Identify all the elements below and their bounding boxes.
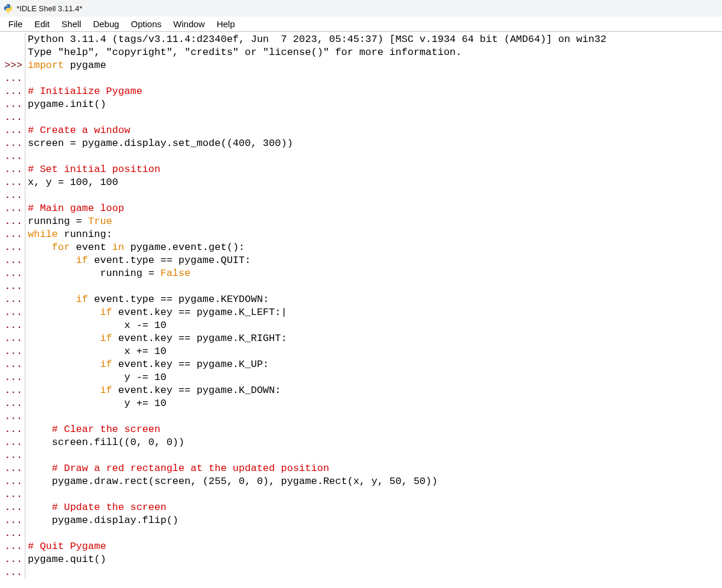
python-icon (4, 4, 13, 13)
code-text: pygame.draw.rect(screen, (255, 0, 0), py… (28, 476, 438, 487)
prompt-cont: ... (4, 567, 22, 578)
code-text: pygame.event.get(): (124, 242, 245, 253)
comment: # Main game loop (28, 203, 124, 214)
code-text: x -= 10 (28, 320, 167, 331)
prompt-cont: ... (4, 398, 22, 409)
code-text: screen = pygame.display.set_mode((400, 3… (28, 138, 293, 149)
code-text: screen.fill((0, 0, 0)) (28, 437, 184, 448)
comment: # Initialize Pygame (28, 86, 142, 97)
code-text: y -= 10 (28, 372, 167, 383)
code-area[interactable]: Python 3.11.4 (tags/v3.11.4:d2340ef, Jun… (25, 33, 722, 579)
prompt-cont: ... (4, 372, 22, 383)
code-text: x, y = 100, 100 (28, 177, 118, 188)
comment: # Clear the screen (52, 424, 161, 435)
prompt-cont: ... (4, 528, 22, 539)
code-text: event.key == pygame.K_DOWN: (112, 385, 281, 396)
prompt-cont: ... (4, 294, 22, 305)
prompt-cont: ... (4, 307, 22, 318)
prompt-cont: ... (4, 281, 22, 292)
code-text: pygame (64, 60, 106, 71)
prompt-cont: ... (4, 411, 22, 422)
prompt-cont: ... (4, 164, 22, 175)
prompt-cont: ... (4, 320, 22, 331)
prompt-cont: ... (4, 125, 22, 136)
menu-debug[interactable]: Debug (87, 18, 125, 30)
code-text (28, 242, 52, 253)
kw-if: if (100, 359, 112, 370)
code-text (28, 385, 100, 396)
code-text (28, 463, 52, 474)
comment: # Draw a red rectangle at the updated po… (52, 463, 329, 474)
prompt-cont: ... (4, 515, 22, 526)
prompt-cont: ... (4, 151, 22, 162)
kw-if: if (100, 333, 112, 344)
kw-import: import (28, 60, 64, 71)
code-text (28, 255, 76, 266)
menu-window[interactable]: Window (167, 18, 210, 30)
code-text: running = (28, 268, 160, 279)
window-titlebar: *IDLE Shell 3.11.4* (0, 0, 722, 17)
code-text (28, 424, 52, 435)
text-cursor: | (281, 307, 287, 318)
prompt-cont: ... (4, 86, 22, 97)
kw-if: if (100, 307, 112, 318)
code-text: event.type == pygame.QUIT: (88, 255, 251, 266)
kw-if: if (76, 255, 88, 266)
prompt-cont: ... (4, 268, 22, 279)
kw-if: if (100, 385, 112, 396)
kw-while: while (28, 229, 58, 240)
code-text: pygame.quit() (28, 554, 106, 565)
comment: # Quit Pygame (28, 541, 106, 552)
prompt-cont: ... (4, 437, 22, 448)
code-text: pygame.init() (28, 99, 106, 110)
menu-options[interactable]: Options (125, 18, 168, 30)
prompt-cont: ... (4, 541, 22, 552)
prompt-cont: ... (4, 489, 22, 500)
prompt-cont: ... (4, 138, 22, 149)
code-text: event.type == pygame.KEYDOWN: (88, 294, 269, 305)
prompt-cont: ... (4, 255, 22, 266)
prompt-cont: ... (4, 190, 22, 201)
prompt-cont: ... (4, 346, 22, 357)
menubar: File Edit Shell Debug Options Window Hel… (0, 17, 722, 32)
code-text: event.key == pygame.K_LEFT: (112, 307, 281, 318)
comment: # Update the screen (52, 502, 167, 513)
prompt-cont: ... (4, 73, 22, 84)
banner-line-1: Python 3.11.4 (tags/v3.11.4:d2340ef, Jun… (28, 34, 606, 45)
prompt-cont: ... (4, 385, 22, 396)
bool-false: False (160, 268, 190, 279)
prompt-cont: ... (4, 112, 22, 123)
comment: # Create a window (28, 125, 130, 136)
prompt-cont: ... (4, 229, 22, 240)
prompt-cont: ... (4, 450, 22, 461)
menu-file[interactable]: File (2, 18, 28, 30)
code-text (28, 333, 100, 344)
menu-shell[interactable]: Shell (56, 18, 87, 30)
shell-area[interactable]: >>> ... ... ... ... ... ... ... ... ... … (0, 32, 722, 579)
code-text: running = (28, 216, 88, 227)
window-title: *IDLE Shell 3.11.4* (17, 4, 82, 13)
prompt-cont: ... (4, 502, 22, 513)
banner-line-2: Type "help", "copyright", "credits" or "… (28, 47, 462, 58)
code-text: y += 10 (28, 398, 167, 409)
menu-help[interactable]: Help (211, 18, 241, 30)
prompt-cont: ... (4, 359, 22, 370)
prompt-cont: ... (4, 463, 22, 474)
code-text: event (70, 242, 112, 253)
bool-true: True (88, 216, 112, 227)
prompt-cont: ... (4, 216, 22, 227)
prompt-cont: ... (4, 99, 22, 110)
prompt-cont: ... (4, 177, 22, 188)
code-text: x += 10 (28, 346, 167, 357)
kw-for: for (52, 242, 70, 253)
prompt-cont: ... (4, 554, 22, 565)
kw-in: in (112, 242, 124, 253)
code-text (28, 294, 76, 305)
code-text: event.key == pygame.K_UP: (112, 359, 269, 370)
prompt-cont: ... (4, 333, 22, 344)
prompt-cont: ... (4, 203, 22, 214)
prompt-cont: ... (4, 424, 22, 435)
code-text (28, 359, 100, 370)
code-text: event.key == pygame.K_RIGHT: (112, 333, 287, 344)
menu-edit[interactable]: Edit (28, 18, 56, 30)
